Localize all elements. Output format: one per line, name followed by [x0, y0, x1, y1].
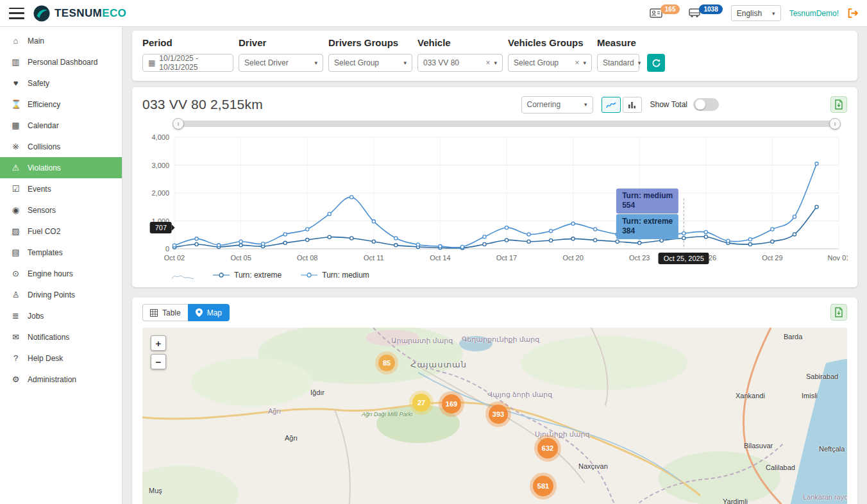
svg-text:0: 0 [165, 245, 169, 253]
legend-label: Turn: extreme [234, 271, 282, 280]
map-cluster-marker[interactable]: 581 [533, 476, 553, 496]
view-tabs: Table Map [142, 304, 847, 321]
map-export-button[interactable] [830, 304, 847, 321]
refresh-button[interactable] [647, 54, 665, 72]
language-value: English [737, 9, 762, 18]
username[interactable]: TesnumDemo! [789, 9, 839, 18]
zoom-in-button[interactable]: + [151, 335, 166, 351]
chart-legend: Turn: extremeTurn: medium [142, 271, 847, 280]
svg-text:Oct 08: Oct 08 [297, 254, 317, 262]
map-label: Yardimli [723, 498, 748, 504]
sidebar-item-collisions[interactable]: ※Collisions [0, 136, 122, 157]
svg-text:3,000: 3,000 [151, 162, 169, 169]
tab-table[interactable]: Table [142, 304, 188, 321]
drivers-groups-select[interactable]: Select Group ▾ [328, 54, 412, 72]
sidebar-item-driving-points[interactable]: ♙Driving Points [0, 284, 122, 305]
map-label: Հայաստան [410, 360, 467, 369]
table-icon [150, 309, 158, 317]
line-chart-icon [606, 101, 616, 109]
sidebar-item-sensors[interactable]: ◉Sensors [0, 199, 122, 221]
filter-bar: Period ▦ 10/1/2025 - 10/31/2025 Driver S… [132, 31, 857, 81]
map-label: Արարատի մարզ [391, 337, 453, 345]
sidebar-item-label: Sensors [28, 206, 56, 215]
clear-icon[interactable]: × [485, 58, 490, 67]
drivers-groups-filter: Drivers Groups Select Group ▾ [328, 37, 412, 72]
vehicles-groups-placeholder: Select Group [514, 58, 559, 67]
engine-hours-icon: ⊙ [11, 269, 21, 278]
sidebar-item-templates[interactable]: ▤Templates [0, 242, 122, 263]
vehicle-select[interactable]: 033 VV 80 × ▾ [417, 54, 503, 72]
legend-item-turn-extreme[interactable]: Turn: extreme [213, 271, 282, 280]
vehicles-groups-select[interactable]: Select Group × ▾ [508, 54, 592, 72]
calendar-icon: ▦ [11, 121, 21, 130]
map-label: Xankandi [736, 392, 765, 399]
chart-export-button[interactable] [830, 96, 847, 113]
events-icon: ☑ [11, 184, 21, 194]
y-axis-hover-value: 707 [150, 222, 172, 233]
templates-icon: ▤ [11, 248, 21, 257]
sidebar-item-safety[interactable]: ♥Safety [0, 72, 122, 94]
sidebar-item-label: Main [28, 37, 44, 46]
logout-button[interactable] [847, 8, 858, 19]
sidebar-item-jobs[interactable]: ≣Jobs [0, 305, 122, 326]
sidebar-item-label: Help Desk [28, 354, 63, 363]
measure-label: Measure [597, 37, 639, 48]
bar-chart-button[interactable] [623, 97, 642, 113]
map-cluster-marker[interactable]: 632 [537, 438, 558, 458]
map-view[interactable]: + − BardaSabirabadXankandiImisliBilasuva… [142, 328, 847, 504]
range-handle-left[interactable]: ‖ [173, 118, 184, 130]
vehicle-label: Vehicle [417, 37, 503, 48]
driver-select[interactable]: Select Driver ▾ [239, 54, 323, 72]
tab-map[interactable]: Map [188, 304, 230, 321]
map-label: Ağrı Dağı Milli Parkı [362, 411, 413, 417]
map-cluster-marker[interactable]: 27 [412, 394, 430, 412]
sensors-icon: ◉ [11, 205, 21, 215]
map-cluster-marker[interactable]: 393 [489, 405, 508, 424]
language-select[interactable]: English ▾ [731, 5, 781, 21]
map-label: Սյունիքի մարզ [535, 430, 589, 439]
svg-text:Oct 11: Oct 11 [364, 254, 384, 262]
sidebar-item-efficiency[interactable]: ⌛Efficiency [0, 94, 122, 115]
sidebar-item-fuel-co2[interactable]: ▨Fuel CO2 [0, 221, 122, 242]
sidebar-item-personal-dashboard[interactable]: ▥Personal Dashboard [0, 51, 122, 72]
sidebar-item-engine-hours[interactable]: ⊙Engine hours [0, 263, 122, 284]
metric-select[interactable]: Cornering ▾ [521, 96, 593, 113]
drivers-stat[interactable]: 165 [650, 8, 680, 19]
sidebar-item-violations[interactable]: ⚠Violations [0, 157, 122, 178]
sidebar-item-calendar[interactable]: ▦Calendar [0, 115, 122, 136]
map-label: Barda [784, 333, 802, 340]
map-label: Iğdır [310, 389, 324, 396]
period-input[interactable]: ▦ 10/1/2025 - 10/31/2025 [142, 54, 233, 72]
sidebar-item-events[interactable]: ☑Events [0, 178, 122, 199]
map-card: Table Map [132, 298, 857, 504]
menu-icon[interactable] [9, 8, 24, 19]
range-handle-right[interactable]: ‖ [829, 118, 841, 130]
vehicles-stat[interactable]: 1038 [688, 8, 722, 19]
chart-range-slider[interactable]: ‖ ‖ [174, 121, 839, 127]
zoom-out-button[interactable]: − [151, 354, 166, 369]
measure-select[interactable]: Standard ▾ [597, 54, 639, 72]
svg-text:Nov 01: Nov 01 [828, 254, 848, 262]
sidebar-item-administration[interactable]: ⚙Administration [0, 369, 122, 390]
svg-text:Oct 02: Oct 02 [164, 254, 185, 262]
sidebar-item-main[interactable]: ⌂Main [0, 30, 122, 51]
vehicle-value: 033 VV 80 [423, 58, 459, 67]
sidebar-item-notifications[interactable]: ✉Notifications [0, 326, 122, 348]
violations-line-chart[interactable]: 01,0002,0003,0004,000Oct 02Oct 05Oct 08O… [142, 132, 848, 269]
svg-text:2,000: 2,000 [151, 189, 169, 197]
map-cluster-marker[interactable]: 85 [378, 355, 395, 371]
calendar-icon: ▦ [148, 58, 155, 67]
line-chart-button[interactable] [602, 97, 621, 113]
map-cluster-marker[interactable]: 169 [442, 394, 461, 414]
sidebar-item-help-desk[interactable]: ?Help Desk [0, 348, 122, 369]
brand-logo[interactable]: TESNUMECO [33, 5, 126, 22]
map-label: Վայոց ձորի մարզ [487, 391, 552, 399]
home-icon: ⌂ [11, 36, 21, 46]
clear-icon[interactable]: × [575, 58, 579, 67]
svg-text:Oct 05: Oct 05 [230, 254, 251, 262]
legend-item-turn-medium[interactable]: Turn: medium [301, 271, 369, 280]
chart-area: ‖ ‖ 01,0002,0003,0004,000Oct 02Oct 05Oct… [142, 121, 847, 269]
sidebar-item-label: Collisions [28, 142, 60, 151]
vehicles-groups-label: Vehicles Groups [508, 37, 592, 48]
show-total-toggle[interactable] [693, 98, 719, 111]
